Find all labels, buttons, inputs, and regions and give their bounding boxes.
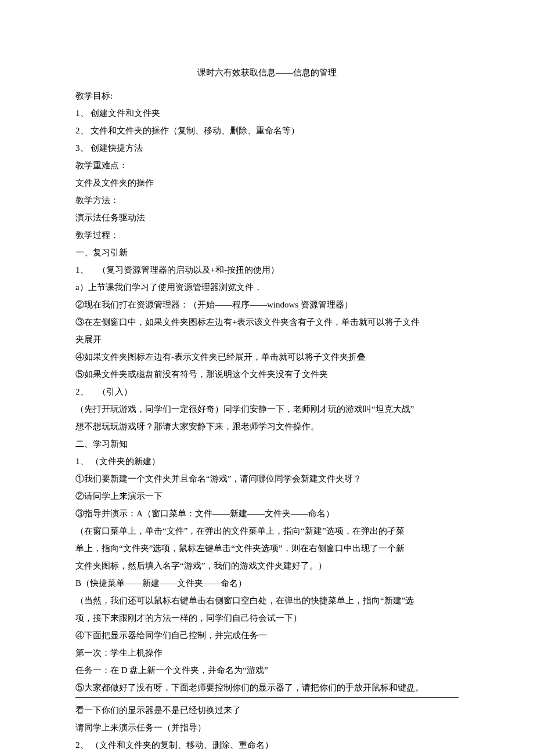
paragraph: 任务一：在 D 盘上新一个文件夹，并命名为“游戏” [75,661,459,679]
paragraph: 第一次：学生上机操作 [75,644,459,661]
paragraph: 教学过程： [75,226,459,244]
section-heading: 二、学习新知 [75,435,459,453]
paragraph: ④如果文件夹图标左边有-表示文件夹已经展开，单击就可以将子文件夹折叠 [75,348,459,366]
paragraph: 文件及文件夹的操作 [75,174,459,191]
paragraph: ②请同学上来演示一下 [75,487,459,505]
paragraph: 教学方法： [75,191,459,209]
document-title: 课时六有效获取信息——信息的管理 [75,64,459,81]
divider [75,697,459,698]
list-item: 1、 创建文件和文件夹 [75,104,459,122]
paragraph: ③在左侧窗口中，如果文件夹图标左边有+表示该文件夹含有子文件，单击就可以将子文件 [75,313,459,331]
paragraph: 单上，指向“文件夹”选项，鼠标左键单击“文件夹选项”，则在右侧窗口中出现了一个新 [75,540,459,557]
paragraph: （在窗口菜单上，单击“文件”，在弹出的文件菜单上，指向“新建”选项，在弹出的孑菜 [75,522,459,540]
paragraph: ①文件和文件夹的复制，类似于你们平时从老师这里复印考试资料，复印之后，老师和你们 [75,754,459,756]
list-item: 2、 文件和文件夹的操作（复制、移动、删除、重命名等） [75,122,459,139]
paragraph: 演示法任务驱动法 [75,209,459,226]
paragraph: 文件夹图标，然后填入名字“游戏”，我们的游戏文件夹建好了。） [75,557,459,574]
paragraph: ①我们要新建一个文件夹并且命名“游戏”，请问哪位同学会新建文件夹呀？ [75,470,459,487]
list-item: 1、 （复习资源管理器的启动以及+和-按扭的使用） [75,261,459,278]
paragraph: ⑤大家都做好了没有呀，下面老师要控制你们的显示器了，请把你们的手放开鼠标和键盘。 [75,679,459,696]
paragraph: 项，接下来跟刚才的方法一样的，同学们自己待会试一下） [75,609,459,627]
document-page: 课时六有效获取信息——信息的管理 教学目标: 1、 创建文件和文件夹 2、 文件… [0,0,534,756]
paragraph: 夹展开 [75,331,459,348]
paragraph: 教学目标: [75,87,459,104]
paragraph: 教学重难点： [75,157,459,174]
list-item: 2、 （引入） [75,383,459,400]
paragraph: （先打开玩游戏，同学们一定很好奇）同学们安静一下，老师刚才玩的游戏叫“坦克大战” [75,400,459,418]
paragraph: 想不想玩玩游戏呀？那请大家安静下来，跟老师学习文件操作。 [75,418,459,435]
paragraph: ④下面把显示器给同学们自己控制，并完成任务一 [75,627,459,644]
paragraph: ③指导并演示：A（窗口菜单：文件――新建――文件夹――命名） [75,505,459,522]
list-item: 1、 （文件夹的新建） [75,453,459,470]
paragraph: B（快捷菜单――新建――文件夹――命名） [75,574,459,592]
list-item: 2、 （文件和文件夹的复制、移动、删除、重命名） [75,736,459,754]
paragraph: ⑤如果文件夹或磁盘前没有符号，那说明这个文件夹没有子文件夹 [75,366,459,383]
paragraph: 看一下你们的显示器是不是已经切换过来了 [75,701,459,719]
paragraph: （当然，我们还可以鼠标右键单击右侧窗口空白处，在弹出的快捷菜单上，指向“新建”选 [75,592,459,609]
paragraph: a）上节课我们学习了使用资源管理器浏览文件， [75,278,459,296]
list-item: 3、 创建快捷方法 [75,139,459,157]
section-heading: 一、复习引新 [75,244,459,261]
paragraph: ②现在我们打在资源管理器：（开始——程序——windows 资源管理器） [75,296,459,313]
paragraph: 请同学上来演示任务一（并指导） [75,719,459,736]
